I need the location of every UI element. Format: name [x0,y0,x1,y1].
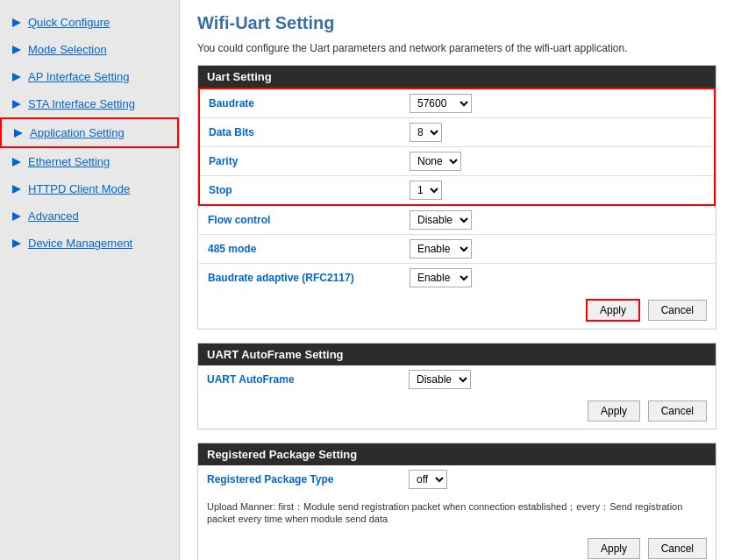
sidebar-item-application-setting[interactable]: Application Setting [0,117,179,148]
uart-settings-table: Baudrate9600192003840057600115200Data Bi… [198,88,716,292]
svg-marker-3 [12,100,21,109]
sidebar-label-mode-selection: Mode Selection [28,43,107,56]
main-content: Wifi-Uart Setting You could configure th… [180,0,734,560]
select-baudrate[interactable]: 9600192003840057600115200 [410,94,472,113]
table-row: Baudrate adaptive (RFC2117)EnableDisable [199,264,715,293]
sidebar-item-quick-configure[interactable]: Quick Configure [0,9,179,36]
autoframe-settings-table: UART AutoFrameDisableEnable [198,365,716,393]
autoframe-cancel-button[interactable]: Cancel [648,401,707,422]
sidebar-item-httpd-client-mode[interactable]: HTTPD Client Mode [0,175,179,202]
svg-marker-4 [14,129,23,138]
field-value-baudrate-adaptive: EnableDisable [401,264,715,293]
autoframe-button-row: Apply Cancel [198,393,716,429]
sidebar-label-device-management: Device Management [28,237,132,250]
select-baudrate-adaptive[interactable]: EnableDisable [410,268,472,287]
sidebar-item-mode-selection[interactable]: Mode Selection [0,36,179,63]
field-value-parity: NoneOddEven [401,147,715,176]
registered-cancel-button[interactable]: Cancel [648,538,707,559]
page-description: You could configure the Uart parameters … [197,42,716,54]
uart-cancel-button[interactable]: Cancel [648,300,707,321]
arrow-icon-advanced [11,210,23,223]
sidebar-label-httpd-client-mode: HTTPD Client Mode [28,182,130,195]
select-stop[interactable]: 12 [410,181,442,200]
select-parity[interactable]: NoneOddEven [410,152,461,171]
field-label-registered-package-type: Registered Package Type [198,465,400,493]
table-row: Baudrate9600192003840057600115200 [199,89,715,118]
page-title: Wifi-Uart Setting [197,13,716,33]
table-row: Stop12 [199,176,715,206]
svg-marker-2 [12,73,21,82]
registered-package-table: Registered Package Typeoffon [198,465,716,493]
table-row: Flow controlDisableEnable [199,205,715,235]
sidebar-item-sta-interface-setting[interactable]: STA Interface Setting [0,90,179,117]
registered-package-note: Upload Manner: first：Module send registr… [198,493,716,531]
field-value-flow-control: DisableEnable [401,205,715,235]
uart-setting-header: Uart Setting [198,66,716,88]
svg-marker-6 [12,185,21,194]
field-value-uart-autoframe: DisableEnable [400,365,716,393]
select-registered-package-type[interactable]: offon [409,470,447,489]
sidebar-label-ap-interface-setting: AP Interface Setting [28,70,129,83]
sidebar-label-ethernet-setting: Ethernet Setting [28,155,110,168]
sidebar: Quick Configure Mode Selection AP Interf… [0,0,180,560]
arrow-icon-sta-interface-setting [11,98,23,110]
field-label-baudrate-adaptive: Baudrate adaptive (RFC2117) [199,264,401,293]
arrow-icon-application-setting [12,127,25,139]
sidebar-item-advanced[interactable]: Advanced [0,202,179,230]
select-flow-control[interactable]: DisableEnable [410,210,472,230]
autoframe-setting-section: UART AutoFrame Setting UART AutoFrameDis… [197,343,716,429]
uart-apply-button[interactable]: Apply [586,299,640,322]
field-value-stop: 12 [401,176,715,206]
field-value-baudrate: 9600192003840057600115200 [401,89,715,118]
uart-setting-section: Uart Setting Baudrate9600192003840057600… [197,65,716,330]
sidebar-item-ethernet-setting[interactable]: Ethernet Setting [0,148,179,175]
svg-marker-5 [12,158,21,167]
field-label-stop: Stop [199,176,401,206]
arrow-icon-httpd-client-mode [11,183,23,195]
registered-apply-button[interactable]: Apply [588,538,640,559]
select-data-bits[interactable]: 78 [410,123,442,142]
field-value-data-bits: 78 [401,118,715,147]
table-row: Registered Package Typeoffon [198,465,716,493]
autoframe-apply-button[interactable]: Apply [588,401,640,422]
sidebar-label-advanced: Advanced [28,209,79,223]
field-label-baudrate: Baudrate [199,89,401,118]
table-row: ParityNoneOddEven [199,147,715,176]
registered-package-section: Registered Package Setting Registered Pa… [197,443,716,560]
arrow-icon-ap-interface-setting [11,71,23,83]
sidebar-label-application-setting: Application Setting [30,126,125,139]
table-row: UART AutoFrameDisableEnable [198,365,716,393]
registered-button-row: Apply Cancel [198,531,716,560]
field-value-mode-485: EnableDisable [401,235,715,264]
sidebar-item-ap-interface-setting[interactable]: AP Interface Setting [0,63,179,90]
sidebar-label-sta-interface-setting: STA Interface Setting [28,97,135,110]
svg-marker-0 [12,18,21,27]
svg-marker-7 [12,212,21,221]
field-label-flow-control: Flow control [199,205,401,235]
arrow-icon-quick-configure [11,17,23,29]
svg-marker-1 [12,46,21,54]
arrow-icon-mode-selection [11,44,23,56]
table-row: 485 modeEnableDisable [199,235,715,264]
autoframe-setting-header: UART AutoFrame Setting [198,344,716,365]
field-label-parity: Parity [199,147,401,176]
registered-package-header: Registered Package Setting [198,443,716,465]
field-label-mode-485: 485 mode [199,235,401,264]
sidebar-label-quick-configure: Quick Configure [28,16,110,29]
field-label-uart-autoframe: UART AutoFrame [198,365,400,393]
field-label-data-bits: Data Bits [199,118,401,147]
table-row: Data Bits78 [199,118,715,147]
svg-marker-8 [12,239,21,248]
uart-button-row: Apply Cancel [198,292,716,329]
select-mode-485[interactable]: EnableDisable [410,239,472,259]
field-value-registered-package-type: offon [400,465,716,493]
arrow-icon-ethernet-setting [11,156,23,168]
arrow-icon-device-management [11,237,23,250]
sidebar-item-device-management[interactable]: Device Management [0,230,179,257]
select-uart-autoframe[interactable]: DisableEnable [409,370,471,389]
